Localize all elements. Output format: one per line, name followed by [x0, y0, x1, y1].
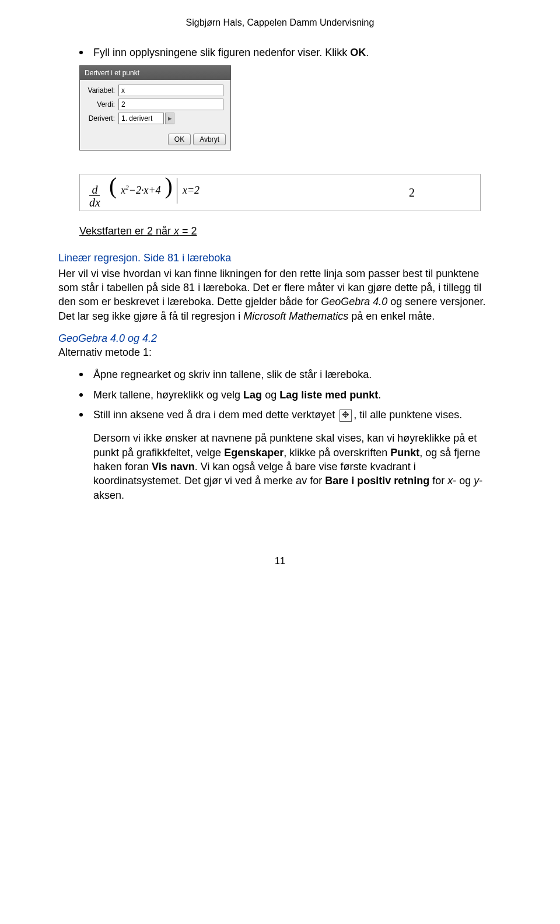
bullet-alt-3: Still inn aksene ved å dra i dem med det…	[79, 408, 502, 422]
subheading: GeoGebra 4.0 og 4.2	[58, 331, 502, 345]
bullet-text: Fyll inn opplysningene slik figuren nede…	[93, 46, 502, 60]
text-bold: Vis navn	[152, 461, 195, 473]
text-bold: OK	[350, 47, 366, 58]
text-bold: Egenskaper	[224, 447, 284, 459]
text-italic: x	[447, 475, 453, 487]
pipe-icon	[177, 178, 177, 204]
text: og	[262, 389, 279, 401]
text-italic: GeoGebra 4.0	[321, 296, 387, 307]
paragraph-1: Her vil vi vise hvordan vi kan finne lik…	[58, 267, 502, 323]
math-expr: x2−2·x+4	[121, 184, 160, 196]
paragraph-dersom: Dersom vi ikke ønsker at navnene på punk…	[93, 431, 502, 502]
label-derivert: Derivert:	[85, 114, 118, 123]
math-cond: x=2	[183, 184, 200, 196]
move-tool-icon	[340, 410, 352, 422]
text: Still inn aksene ved å dra i dem med det…	[93, 409, 338, 421]
alt-metode-label: Alternativ metode 1:	[58, 345, 502, 359]
text: Merk tallene, høyreklikk og velg	[93, 389, 243, 401]
spinner-icon[interactable]: ▸	[165, 113, 174, 124]
frac-num: d	[89, 184, 100, 196]
text-bold: Punkt	[390, 447, 419, 459]
text-italic: y	[474, 475, 479, 487]
ok-button[interactable]: OK	[168, 134, 191, 145]
text: , til alle punktene vises.	[354, 409, 462, 421]
paren-close-icon: )	[165, 173, 173, 199]
text-bold: Lag liste med punkt	[279, 389, 378, 401]
bullet-alt-1: Åpne regnearket og skriv inn tallene, sl…	[79, 368, 502, 382]
link-text: Lineær regresjon.	[58, 252, 144, 264]
paren-open-icon: (	[109, 173, 117, 199]
text: , klikke på overskriften	[284, 447, 390, 459]
bullet-text: Åpne regnearket og skriv inn tallene, sl…	[93, 368, 502, 382]
dialog-footer: OK Avbryt	[80, 130, 230, 150]
vekstfart-line: Vekstfarten er 2 når x = 2	[79, 224, 502, 238]
math-result: 2	[409, 185, 473, 201]
dialog-title: Derivert i et punkt	[80, 66, 230, 80]
label-variabel: Variabel:	[85, 86, 118, 95]
bullet-icon	[79, 373, 83, 376]
math-left: d dx ( x2−2·x+4 ) x=2	[87, 177, 201, 209]
page-header: Sigbjørn Hals, Cappelen Damm Undervisnin…	[58, 16, 502, 29]
text: Vekstfarten er 2 når	[79, 225, 174, 237]
text-italic: x	[174, 225, 179, 237]
bullet-icon	[79, 393, 83, 397]
input-derivert[interactable]	[118, 113, 164, 124]
fraction-icon: d dx	[87, 184, 103, 209]
page-number: 11	[58, 555, 502, 568]
text: Fyll inn opplysningene slik figuren nede…	[93, 47, 350, 58]
input-variabel[interactable]	[118, 85, 223, 96]
text: .	[378, 389, 381, 401]
bullet-icon	[79, 51, 83, 54]
bullet-text: Still inn aksene ved å dra i dem med det…	[93, 408, 502, 422]
text-italic: Microsoft Mathematics	[243, 310, 348, 322]
text: = 2	[179, 225, 197, 237]
derivative-dialog: Derivert i et punkt Variabel: Verdi: Der…	[79, 65, 231, 150]
text-bold: Lag	[243, 389, 262, 401]
label-verdi: Verdi:	[85, 100, 118, 109]
bullet-icon	[79, 413, 83, 416]
link-text: Side 81 i læreboka	[144, 252, 231, 264]
text: - og	[453, 475, 474, 487]
bullet-text: Merk tallene, høyreklikk og velg Lag og …	[93, 388, 502, 402]
math-expression-box: d dx ( x2−2·x+4 ) x=2 2	[79, 174, 481, 211]
dialog-body: Variabel: Verdi: Derivert: ▸	[80, 80, 230, 130]
geo42-heading: GeoGebra 4.0 og 4.2 Alternativ metode 1:	[58, 331, 502, 360]
frac-den: dx	[87, 196, 103, 209]
text: .	[366, 47, 369, 58]
dialog-container: Derivert i et punkt Variabel: Verdi: Der…	[79, 65, 502, 150]
text: på en enkel måte.	[348, 310, 435, 322]
bullet-alt-2: Merk tallene, høyreklikk og velg Lag og …	[79, 388, 502, 402]
text-bold: Bare i positiv retning	[325, 475, 429, 487]
linear-heading: Lineær regresjon. Side 81 i læreboka	[58, 251, 502, 265]
bullet-fill-in: Fyll inn opplysningene slik figuren nede…	[79, 46, 502, 60]
cancel-button[interactable]: Avbryt	[193, 134, 226, 145]
text: for	[429, 475, 447, 487]
input-verdi[interactable]	[118, 99, 223, 110]
